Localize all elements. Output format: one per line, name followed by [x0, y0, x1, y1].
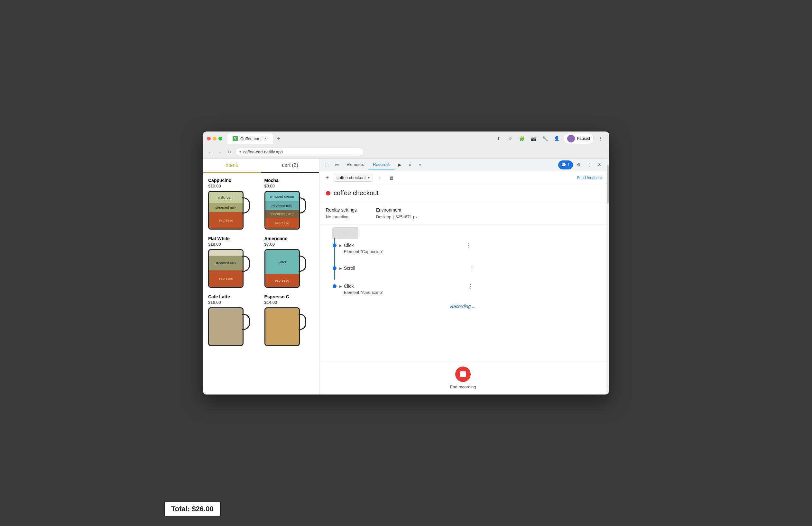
coffee-item-mocha[interactable]: Mocha $8.00 whipped cream steamed milk c… — [264, 178, 314, 229]
step-expand-button[interactable]: ▶ Click ⋮ — [339, 241, 600, 249]
coffee-name: Espresso C — [264, 294, 314, 299]
mug-body: water espresso — [264, 249, 300, 288]
browser-tab[interactable]: V Coffee cart ✕ — [228, 133, 273, 144]
step-more-button[interactable]: ⋮ — [468, 264, 476, 272]
coffee-price: $18.00 — [208, 242, 258, 246]
device-tool-icon[interactable]: ▭ — [332, 161, 341, 169]
add-step-button[interactable]: + — [323, 174, 331, 182]
mug-cappucino: milk foam steamed milk espresso — [208, 191, 250, 229]
layer-whipped-cream: whipped cream — [265, 192, 299, 201]
step-preview-row: ··· — [326, 225, 600, 239]
settings-icon[interactable]: ⚙ — [574, 161, 583, 169]
devtools-right-icons: 💬 1 ⚙ ⋮ ✕ — [558, 161, 604, 169]
mug-espressoc — [264, 307, 306, 346]
url-bar[interactable]: ▾ coffee-cart.netlify.app — [235, 148, 364, 156]
layer-chocolate-syrup: chocolate syrup — [265, 210, 299, 218]
end-recording-area: End recording — [319, 361, 606, 394]
step-expand-button[interactable]: ▶ Scroll ⋮ — [339, 264, 600, 272]
tab-label: Coffee cart — [240, 136, 261, 141]
devtools-panel: ⬚ ▭ Elements Recorder ▶ ✕ » 💬 1 ⚙ ⋮ ✕ — [319, 159, 606, 394]
coffee-price: $14.00 — [264, 300, 314, 305]
traffic-lights — [207, 137, 222, 140]
layer-steamed-milk: steamed milk — [265, 201, 299, 211]
replay-settings-col: Replay settings No throttling — [326, 207, 357, 219]
device-value: Desktop — [376, 214, 392, 219]
cursor-tool-icon[interactable]: ⬚ — [322, 161, 331, 169]
recorder-content: coffee checkout Replay settings No throt… — [319, 184, 606, 394]
nav-cart[interactable]: cart (2) — [261, 159, 319, 172]
throttling-value: No throttling — [326, 214, 357, 219]
forward-button[interactable]: → — [217, 148, 223, 156]
step-content: ▶ Click ⋮ Element "Cappucino" — [339, 241, 600, 254]
paused-button[interactable]: Paused — [564, 133, 594, 144]
step-expand-icon: ▶ — [339, 244, 342, 247]
devtools-close-icon[interactable]: ✕ — [595, 161, 604, 169]
recording-select[interactable]: coffee checkout ▾ — [334, 174, 373, 182]
tab-close-button[interactable]: ✕ — [263, 136, 268, 141]
menu-icon[interactable]: ⋮ — [596, 134, 605, 143]
puzzle-icon[interactable]: 🔧 — [540, 134, 550, 143]
delete-button[interactable]: 🗑 — [387, 173, 396, 182]
tab-elements[interactable]: Elements — [343, 160, 368, 169]
coffee-item-americano[interactable]: Americano $7.00 water espresso — [264, 236, 314, 288]
close-traffic-light[interactable] — [207, 137, 211, 140]
step-expand-icon: ▶ — [339, 267, 342, 270]
mug-handle — [242, 197, 250, 213]
more-tabs-icon[interactable]: » — [416, 161, 425, 169]
coffee-price: $16.00 — [208, 300, 258, 305]
coffee-name: Cafe Latte — [208, 294, 258, 299]
environment-label: Environment — [376, 207, 418, 212]
recorder-toolbar: + coffee checkout ▾ ↑ 🗑 Send feedback — [319, 171, 606, 184]
tab-favicon: V — [233, 136, 238, 141]
tab-recorder[interactable]: Recorder — [369, 160, 394, 169]
layer-steamed-milk: steamed milk — [209, 203, 243, 212]
coffee-price: $19.00 — [208, 184, 258, 189]
mug-mocha: whipped cream steamed milk chocolate syr… — [264, 191, 306, 229]
step-dot — [333, 284, 336, 288]
coffee-item-espressoc[interactable]: Espresso C $14.00 — [264, 294, 314, 346]
browser-window: V Coffee cart ✕ + ⬆ ☆ 🧩 📷 🔧 👤 Paused ⋮ ←… — [203, 132, 609, 394]
back-button[interactable]: ← — [207, 148, 214, 156]
step-dot — [333, 243, 336, 247]
coffee-item-cafelatte[interactable]: Cafe Latte $16.00 — [208, 294, 258, 346]
end-recording-button[interactable] — [455, 366, 471, 382]
close-recorder-icon[interactable]: ✕ — [406, 161, 415, 169]
maximize-traffic-light[interactable] — [218, 137, 222, 140]
coffee-item-flatwhite[interactable]: Flat White $18.00 steamed milk espresso — [208, 236, 258, 288]
coffee-app: menu cart (2) Cappucino $19.00 milk foam… — [203, 159, 319, 394]
step-more-button[interactable]: ⋮ — [466, 282, 474, 290]
layer-steamed-milk: steamed milk — [209, 256, 243, 270]
extensions-icon[interactable]: 🧩 — [517, 134, 526, 143]
lock-icon: ▾ — [240, 150, 241, 154]
paused-label: Paused — [577, 136, 590, 141]
step-detail: Element "Cappucino" — [344, 249, 600, 254]
mug-flatwhite: steamed milk espresso — [208, 249, 250, 288]
mug-handle — [299, 256, 306, 272]
env-separator: | — [393, 215, 393, 219]
bookmark-icon[interactable]: ☆ — [506, 134, 515, 143]
step-screenshot-thumb: ··· — [332, 227, 358, 239]
refresh-button[interactable]: ↻ — [226, 148, 233, 156]
new-tab-button[interactable]: + — [274, 134, 283, 143]
mug-handle — [299, 197, 306, 213]
upload-button[interactable]: ↑ — [375, 173, 385, 182]
step-connector — [334, 260, 335, 280]
mug-body — [264, 307, 300, 346]
coffee-item-cappucino[interactable]: Cappucino $19.00 milk foam steamed milk … — [208, 178, 258, 229]
replay-settings-label: Replay settings — [326, 207, 357, 212]
steps-area: ··· ▶ Click ⋮ Element "Cappucino" — [319, 225, 606, 361]
layer-milk-foam: milk foam — [209, 192, 243, 203]
extension2-icon[interactable]: 📷 — [529, 134, 538, 143]
devtools-more-icon[interactable]: ⋮ — [584, 161, 594, 169]
devtools-scrollbar[interactable] — [606, 159, 609, 394]
scrollbar-thumb[interactable] — [607, 165, 609, 204]
minimize-traffic-light[interactable] — [213, 137, 217, 140]
send-feedback-button[interactable]: Send feedback — [577, 176, 603, 180]
chat-button[interactable]: 💬 1 — [558, 161, 573, 169]
share-icon[interactable]: ⬆ — [494, 134, 503, 143]
recording-indicator-icon: ▶ — [395, 161, 404, 169]
profile-icon[interactable]: 👤 — [552, 134, 561, 143]
nav-menu[interactable]: menu — [203, 159, 261, 172]
step-more-button[interactable]: ⋮ — [465, 241, 473, 249]
step-expand-button[interactable]: ▶ Click ⋮ — [339, 282, 600, 290]
